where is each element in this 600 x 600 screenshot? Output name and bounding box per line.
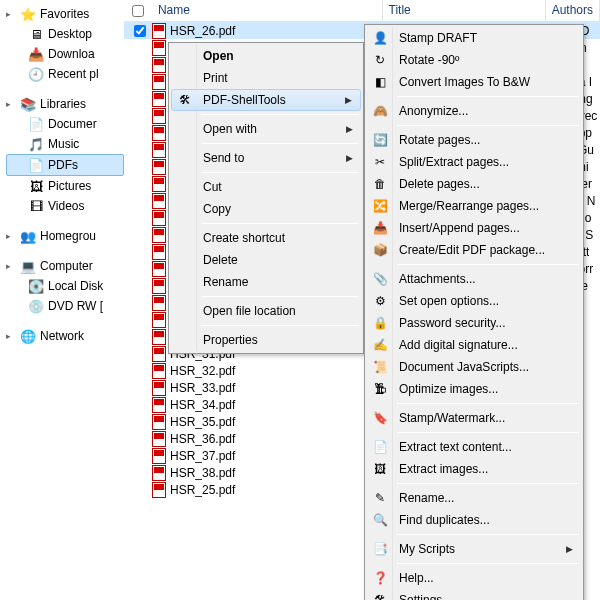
- submenu-arrow-icon: ▶: [346, 153, 353, 163]
- nav-local-disk[interactable]: 💽Local Disk: [6, 276, 124, 296]
- menu-item[interactable]: 🔍Find duplicates...: [367, 509, 581, 531]
- menu-item[interactable]: ◧Convert Images To B&W: [367, 71, 581, 93]
- menu-separator: [397, 264, 579, 265]
- pdf-file-icon: [152, 159, 166, 175]
- select-all-checkbox[interactable]: [132, 5, 144, 17]
- disk-icon: 💽: [28, 278, 44, 294]
- menu-item-label: Find duplicates...: [399, 513, 490, 527]
- menu-item[interactable]: Rename: [171, 271, 361, 293]
- menu-item-icon: 🔍: [372, 512, 388, 528]
- menu-item[interactable]: 🗜Optimize images...: [367, 378, 581, 400]
- menu-item[interactable]: Print: [171, 67, 361, 89]
- nav-desktop[interactable]: 🖥Desktop: [6, 24, 124, 44]
- menu-item[interactable]: ⚙Set open options...: [367, 290, 581, 312]
- menu-item[interactable]: 📄Extract text content...: [367, 436, 581, 458]
- menu-separator: [201, 114, 359, 115]
- menu-separator: [397, 403, 579, 404]
- file-name: HSR_26.pdf: [170, 24, 235, 38]
- menu-item[interactable]: Delete: [171, 249, 361, 271]
- pdf-file-icon: [152, 261, 166, 277]
- row-checkbox[interactable]: [134, 25, 146, 37]
- menu-item[interactable]: 🔀Merge/Rearrange pages...: [367, 195, 581, 217]
- nav-downloads[interactable]: 📥Downloa: [6, 44, 124, 64]
- menu-separator: [201, 143, 359, 144]
- menu-item-label: Merge/Rearrange pages...: [399, 199, 539, 213]
- menu-item[interactable]: Send to▶: [171, 147, 361, 169]
- menu-item[interactable]: 🛠PDF-ShellTools▶: [171, 89, 361, 111]
- pdf-file-icon: [152, 142, 166, 158]
- menu-item-icon: [176, 252, 192, 268]
- menu-item-label: Settings...: [399, 593, 452, 600]
- menu-item[interactable]: 👤Stamp DRAFT: [367, 27, 581, 49]
- menu-item[interactable]: Copy: [171, 198, 361, 220]
- nav-music[interactable]: 🎵Music: [6, 134, 124, 154]
- nav-pdfs[interactable]: 📄PDFs: [6, 154, 124, 176]
- menu-item[interactable]: ❓Help...: [367, 567, 581, 589]
- menu-item[interactable]: 🔄Rotate pages...: [367, 129, 581, 151]
- nav-recent[interactable]: 🕘Recent pl: [6, 64, 124, 84]
- menu-item-label: PDF-ShellTools: [203, 93, 286, 107]
- menu-item-label: Anonymize...: [399, 104, 468, 118]
- menu-item-label: Extract images...: [399, 462, 488, 476]
- nav-videos[interactable]: 🎞Videos: [6, 196, 124, 216]
- pdf-file-icon: [152, 431, 166, 447]
- menu-item[interactable]: 🙈Anonymize...: [367, 100, 581, 122]
- file-name: HSR_32.pdf: [170, 364, 235, 378]
- nav-computer[interactable]: ▸💻Computer: [6, 256, 124, 276]
- menu-item[interactable]: Open with▶: [171, 118, 361, 140]
- nav-pictures[interactable]: 🖼Pictures: [6, 176, 124, 196]
- menu-item[interactable]: ✍Add digital signature...: [367, 334, 581, 356]
- menu-item[interactable]: 📦Create/Edit PDF package...: [367, 239, 581, 261]
- menu-item-label: Delete: [203, 253, 238, 267]
- menu-item-icon: [176, 48, 192, 64]
- menu-item-icon: 📜: [372, 359, 388, 375]
- menu-item[interactable]: ✎Rename...: [367, 487, 581, 509]
- menu-item[interactable]: Open: [171, 45, 361, 67]
- menu-item[interactable]: ✂Split/Extract pages...: [367, 151, 581, 173]
- menu-separator: [397, 432, 579, 433]
- menu-item-label: My Scripts: [399, 542, 455, 556]
- menu-item[interactable]: 🔖Stamp/Watermark...: [367, 407, 581, 429]
- recent-icon: 🕘: [28, 66, 44, 82]
- music-icon: 🎵: [28, 136, 44, 152]
- col-name[interactable]: Name: [152, 0, 383, 21]
- menu-item-icon: 🛠: [372, 592, 388, 600]
- nav-dvd[interactable]: 💿DVD RW [: [6, 296, 124, 316]
- nav-favorites[interactable]: ▸⭐Favorites: [6, 4, 124, 24]
- menu-item-label: Send to: [203, 151, 244, 165]
- menu-item[interactable]: 📜Document JavaScripts...: [367, 356, 581, 378]
- menu-item-label: Open: [203, 49, 234, 63]
- menu-item-icon: 🔀: [372, 198, 388, 214]
- nav-documents[interactable]: 📄Documer: [6, 114, 124, 134]
- nav-network[interactable]: ▸🌐Network: [6, 326, 124, 346]
- col-authors[interactable]: Authors: [546, 0, 600, 21]
- menu-item-icon: [176, 332, 192, 348]
- pdf-file-icon: [152, 74, 166, 90]
- menu-item-icon: ◧: [372, 74, 388, 90]
- file-name: HSR_38.pdf: [170, 466, 235, 480]
- nav-libraries[interactable]: ▸📚Libraries: [6, 94, 124, 114]
- menu-item[interactable]: ↻Rotate -90º: [367, 49, 581, 71]
- menu-item[interactable]: 🖼Extract images...: [367, 458, 581, 480]
- menu-separator: [201, 223, 359, 224]
- dvd-icon: 💿: [28, 298, 44, 314]
- menu-item-label: Create shortcut: [203, 231, 285, 245]
- menu-item[interactable]: 📑My Scripts▶: [367, 538, 581, 560]
- col-title[interactable]: Title: [383, 0, 546, 21]
- menu-item[interactable]: Create shortcut: [171, 227, 361, 249]
- menu-item-label: Extract text content...: [399, 440, 512, 454]
- menu-item[interactable]: 🗑Delete pages...: [367, 173, 581, 195]
- col-checkbox[interactable]: [124, 0, 152, 21]
- menu-item-label: Attachments...: [399, 272, 476, 286]
- menu-item[interactable]: Properties: [171, 329, 361, 351]
- menu-item[interactable]: 🔒Password security...: [367, 312, 581, 334]
- computer-icon: 💻: [20, 258, 36, 274]
- nav-homegroup[interactable]: ▸👥Homegrou: [6, 226, 124, 246]
- pictures-icon: 🖼: [28, 178, 44, 194]
- menu-item[interactable]: 📎Attachments...: [367, 268, 581, 290]
- menu-item[interactable]: 📥Insert/Append pages...: [367, 217, 581, 239]
- menu-separator: [397, 125, 579, 126]
- menu-item[interactable]: 🛠Settings...: [367, 589, 581, 600]
- menu-item[interactable]: Cut: [171, 176, 361, 198]
- menu-item[interactable]: Open file location: [171, 300, 361, 322]
